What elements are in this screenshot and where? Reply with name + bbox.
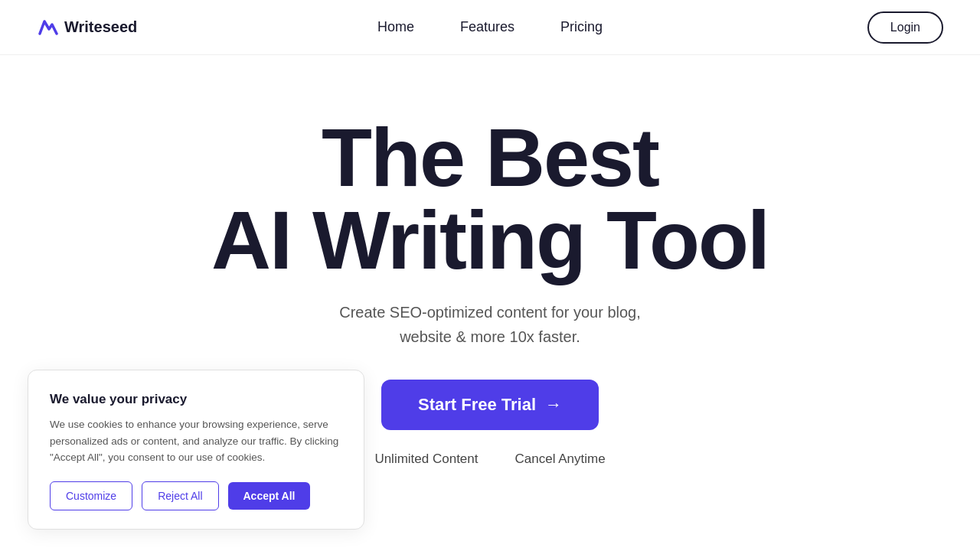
cookie-banner: We value your privacy We use cookies to …	[28, 370, 364, 530]
login-button[interactable]: Login	[867, 11, 943, 44]
hero-subtitle-line2: website & more 10x faster.	[400, 328, 580, 345]
logo-text: Writeseed	[64, 18, 137, 36]
cta-arrow-icon: →	[545, 395, 562, 415]
cookie-body: We use cookies to enhance your browsing …	[50, 416, 342, 466]
logo[interactable]: Writeseed	[37, 17, 137, 38]
badge-unlimited-content: Unlimited Content	[374, 452, 478, 467]
nav-link-home[interactable]: Home	[377, 19, 414, 35]
nav-link-features[interactable]: Features	[460, 19, 514, 35]
hero-title-line2: AI Writing Tool	[211, 194, 769, 286]
hero-title-line1: The Best	[322, 111, 658, 204]
navbar: Writeseed Home Features Pricing Login	[0, 0, 980, 55]
nav-link-pricing[interactable]: Pricing	[560, 19, 603, 35]
accept-all-button[interactable]: Accept All	[228, 482, 311, 510]
cta-label: Start Free Trial	[418, 395, 536, 415]
badge-cancel-anytime: Cancel Anytime	[515, 452, 606, 467]
cookie-buttons: Customize Reject All Accept All	[50, 481, 342, 510]
start-free-trial-button[interactable]: Start Free Trial →	[381, 380, 599, 430]
cookie-title: We value your privacy	[50, 392, 342, 407]
customize-button[interactable]: Customize	[50, 481, 132, 510]
reject-all-button[interactable]: Reject All	[142, 481, 218, 510]
hero-badges: Unlimited Content Cancel Anytime	[374, 452, 605, 467]
logo-icon	[37, 17, 58, 38]
hero-title: The Best AI Writing Tool	[211, 116, 769, 282]
hero-subtitle: Create SEO-optimized content for your bl…	[339, 300, 641, 349]
nav-links: Home Features Pricing	[377, 19, 603, 35]
hero-subtitle-line1: Create SEO-optimized content for your bl…	[339, 304, 641, 321]
